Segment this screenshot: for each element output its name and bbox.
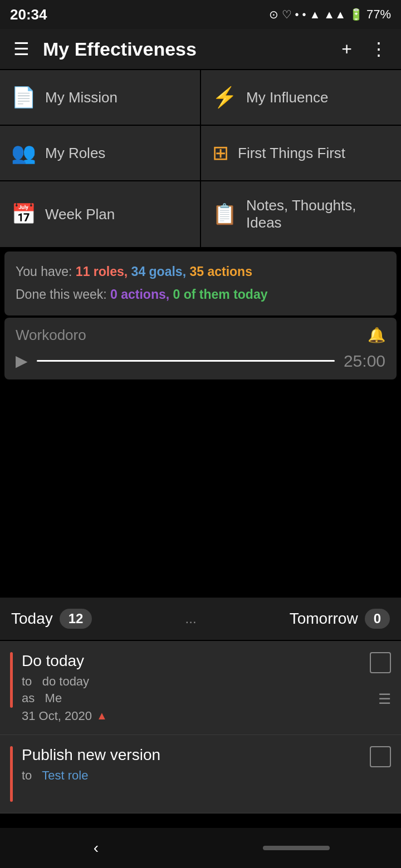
task-to-label: to bbox=[22, 674, 32, 688]
task-item[interactable]: Do today to do today as Me 31 Oct, 2020 … bbox=[0, 641, 401, 735]
dot2-icon: • bbox=[302, 8, 306, 21]
more-button[interactable]: ⋮ bbox=[368, 36, 390, 62]
notes-label: Notes, Thoughts, Ideas bbox=[246, 197, 390, 231]
done-actions-count: 0 actions, bbox=[110, 287, 169, 302]
menu-grid: 📄 My Mission ⚡ My Influence 👥 My Roles ⊞… bbox=[0, 70, 401, 247]
task-checkbox[interactable] bbox=[370, 746, 391, 767]
first-things-first-icon: ⊞ bbox=[212, 141, 229, 165]
task-list-details-icon[interactable]: ☰ bbox=[378, 691, 391, 708]
battery-icon: 🔋 bbox=[349, 8, 363, 21]
task-priority-bar bbox=[10, 652, 13, 708]
menu-item-first-things-first[interactable]: ⊞ First Things First bbox=[201, 126, 401, 180]
top-bar: ☰ My Effectiveness + ⋮ bbox=[0, 29, 401, 69]
notes-icon: 📋 bbox=[212, 203, 237, 226]
dot-icon: • bbox=[295, 8, 299, 21]
task-to-meta: to do today bbox=[22, 674, 370, 689]
play-button[interactable]: ▶ bbox=[16, 352, 28, 370]
stats-bar: You have: 11 roles, 34 goals, 35 actions… bbox=[4, 251, 397, 315]
status-icons: ⊙ ♡ • • ▲ ▲▲ 🔋 77% bbox=[269, 7, 391, 22]
task-content: Publish new version to Test role bbox=[22, 746, 370, 785]
week-plan-icon: 📅 bbox=[11, 203, 36, 226]
signal-icon: ▲▲ bbox=[324, 8, 346, 21]
today-label: Today bbox=[11, 610, 53, 628]
task-to-value: Test role bbox=[42, 768, 88, 782]
my-roles-label: My Roles bbox=[45, 145, 105, 162]
task-list: Do today to do today as Me 31 Oct, 2020 … bbox=[0, 641, 401, 813]
task-to-meta: to Test role bbox=[22, 768, 370, 783]
back-button[interactable]: ‹ bbox=[71, 834, 121, 862]
task-to-label: to bbox=[22, 768, 32, 782]
menu-item-my-influence[interactable]: ⚡ My Influence bbox=[201, 70, 401, 125]
task-date-value: 31 Oct, 2020 bbox=[22, 709, 92, 723]
task-to-value: do today bbox=[42, 674, 89, 688]
you-have-label: You have: bbox=[16, 264, 72, 279]
my-mission-icon: 📄 bbox=[11, 86, 36, 109]
nav-pill bbox=[263, 846, 330, 850]
my-mission-label: My Mission bbox=[45, 89, 118, 106]
task-title: Do today bbox=[22, 652, 370, 670]
menu-button[interactable]: ☰ bbox=[11, 36, 32, 62]
today-count: 12 bbox=[60, 609, 92, 629]
network-icon: ⊙ bbox=[269, 8, 278, 21]
task-as-value: Me bbox=[45, 691, 62, 705]
task-checkbox[interactable] bbox=[370, 652, 391, 673]
my-influence-icon: ⚡ bbox=[212, 86, 237, 109]
battery-pct: 77% bbox=[366, 7, 391, 22]
task-priority-bar bbox=[10, 746, 13, 802]
actions-count: 35 actions bbox=[189, 264, 252, 279]
workodoro-progress-bar bbox=[37, 360, 335, 362]
top-bar-actions: + ⋮ bbox=[339, 36, 390, 62]
app-title: My Effectiveness bbox=[43, 38, 339, 60]
task-as-label: as bbox=[22, 691, 35, 705]
my-roles-icon: 👥 bbox=[11, 141, 36, 165]
add-button[interactable]: + bbox=[339, 37, 354, 62]
task-title: Publish new version bbox=[22, 746, 370, 764]
status-time: 20:34 bbox=[10, 6, 47, 23]
bell-icon[interactable]: 🔔 bbox=[368, 327, 385, 344]
bottom-nav: ‹ bbox=[0, 828, 401, 868]
workodoro-name: Workodoro bbox=[16, 327, 86, 344]
task-actions: ☰ bbox=[370, 652, 391, 708]
heart-icon: ♡ bbox=[282, 8, 292, 21]
first-things-first-label: First Things First bbox=[238, 145, 345, 162]
wifi-icon: ▲ bbox=[310, 8, 321, 21]
done-habits-count: 0 of them today bbox=[173, 287, 268, 302]
goals-count: 34 goals, bbox=[131, 264, 186, 279]
roles-count: 11 roles, bbox=[76, 264, 128, 279]
menu-item-my-roles[interactable]: 👥 My Roles bbox=[0, 126, 200, 180]
workodoro-time: 25:00 bbox=[344, 352, 385, 371]
empty-space bbox=[0, 384, 401, 595]
done-this-week-label: Done this week: bbox=[16, 287, 107, 302]
tomorrow-section: Tomorrow 0 bbox=[290, 609, 390, 629]
workodoro-widget: Workodoro 🔔 ▶ 25:00 bbox=[4, 318, 397, 379]
menu-item-notes[interactable]: 📋 Notes, Thoughts, Ideas bbox=[201, 181, 401, 247]
tomorrow-label: Tomorrow bbox=[290, 610, 358, 628]
day-ellipsis: ... bbox=[185, 611, 197, 627]
menu-item-my-mission[interactable]: 📄 My Mission bbox=[0, 70, 200, 125]
day-bar: Today 12 ... Tomorrow 0 bbox=[0, 598, 401, 640]
task-as-meta: as Me bbox=[22, 691, 370, 706]
task-actions bbox=[370, 746, 391, 802]
week-plan-label: Week Plan bbox=[45, 206, 115, 223]
my-influence-label: My Influence bbox=[246, 89, 328, 106]
tomorrow-count: 0 bbox=[365, 609, 390, 629]
menu-item-week-plan[interactable]: 📅 Week Plan bbox=[0, 181, 200, 247]
task-date: 31 Oct, 2020 ▲ bbox=[22, 709, 370, 723]
task-item[interactable]: Publish new version to Test role bbox=[0, 735, 401, 813]
today-section: Today 12 bbox=[11, 609, 92, 629]
status-bar: 20:34 ⊙ ♡ • • ▲ ▲▲ 🔋 77% bbox=[0, 0, 401, 29]
task-content: Do today to do today as Me 31 Oct, 2020 … bbox=[22, 652, 370, 723]
task-flag-icon: ▲ bbox=[96, 709, 107, 722]
